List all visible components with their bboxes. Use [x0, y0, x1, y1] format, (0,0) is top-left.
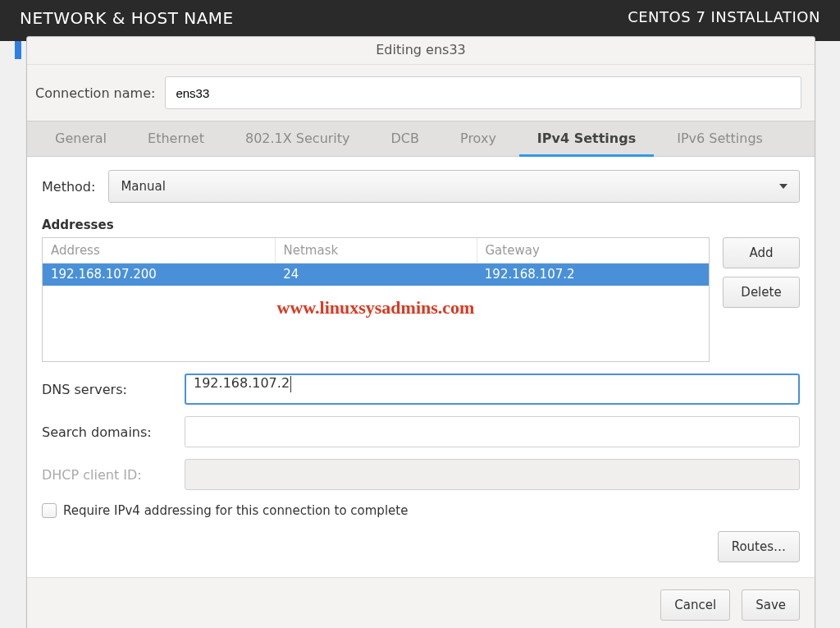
delete-button[interactable]: Delete: [723, 277, 800, 308]
save-button[interactable]: Save: [742, 589, 800, 621]
tab-dcb[interactable]: DCB: [373, 122, 437, 157]
dhcp-client-id-label: DHCP client ID:: [42, 467, 173, 483]
selection-strip: [15, 41, 21, 59]
cell-gateway: 192.168.107.2: [477, 264, 709, 286]
method-select-value: Manual: [121, 179, 166, 194]
require-ipv4-row[interactable]: Require IPv4 addressing for this connect…: [42, 503, 800, 518]
col-header-netmask: Netmask: [276, 238, 477, 263]
addresses-header: Address Netmask Gateway: [43, 238, 709, 264]
dns-label: DNS servers:: [42, 382, 173, 397]
cancel-button[interactable]: Cancel: [660, 589, 730, 621]
tab-ipv6-settings[interactable]: IPv6 Settings: [659, 122, 781, 157]
ipv4-panel: Method: Manual Addresses Address Netmask…: [27, 157, 815, 577]
col-header-gateway: Gateway: [477, 238, 710, 263]
installer-topbar: NETWORK & HOST NAME CENTOS 7 INSTALLATIO…: [0, 0, 840, 41]
dhcp-client-id-row: DHCP client ID:: [42, 459, 800, 490]
watermark-text: www.linuxsysadmins.com: [43, 297, 709, 319]
connection-name-input[interactable]: [165, 76, 801, 109]
installer-brand: CENTOS 7 INSTALLATION: [628, 8, 820, 25]
require-ipv4-label: Require IPv4 addressing for this connect…: [63, 503, 408, 518]
addresses-heading: Addresses: [42, 218, 800, 232]
add-button[interactable]: Add: [723, 237, 800, 268]
chevron-down-icon: [779, 184, 788, 189]
table-row[interactable]: 192.168.107.200 24 192.168.107.2: [43, 264, 709, 286]
require-ipv4-checkbox[interactable]: [42, 503, 57, 518]
dialog-footer: Cancel Save: [27, 577, 815, 628]
search-domains-label: Search domains:: [42, 424, 173, 440]
tab-ethernet[interactable]: Ethernet: [130, 122, 222, 157]
text-caret-icon: [290, 376, 291, 392]
connection-name-label: Connection name:: [35, 85, 155, 101]
settings-tabs: General Ethernet 802.1X Security DCB Pro…: [27, 121, 815, 157]
tab-general[interactable]: General: [37, 122, 125, 157]
tab-8021x-security[interactable]: 802.1X Security: [227, 122, 368, 157]
dns-value: 192.168.107.2: [194, 375, 290, 391]
search-domains-row: Search domains:: [42, 416, 800, 447]
addresses-block: Address Netmask Gateway 192.168.107.200 …: [42, 237, 800, 362]
method-row: Method: Manual: [42, 170, 800, 203]
dhcp-client-id-input: [185, 459, 800, 490]
tab-proxy[interactable]: Proxy: [442, 122, 514, 157]
addresses-table[interactable]: Address Netmask Gateway 192.168.107.200 …: [42, 237, 710, 362]
method-label: Method:: [42, 179, 95, 195]
search-domains-input[interactable]: [185, 416, 800, 447]
cell-address: 192.168.107.200: [43, 264, 275, 286]
method-select[interactable]: Manual: [108, 170, 800, 203]
tab-ipv4-settings[interactable]: IPv4 Settings: [519, 122, 654, 157]
connection-name-row: Connection name:: [27, 65, 815, 121]
edit-connection-dialog: Editing ens33 Connection name: General E…: [26, 36, 815, 628]
routes-button[interactable]: Routes…: [718, 531, 800, 562]
dns-input[interactable]: 192.168.107.2: [185, 374, 800, 405]
dns-row: DNS servers: 192.168.107.2: [42, 374, 800, 405]
page-title: NETWORK & HOST NAME: [20, 8, 234, 28]
col-header-address: Address: [43, 238, 276, 263]
addresses-buttons: Add Delete: [723, 237, 800, 362]
dialog-title: Editing ens33: [27, 37, 815, 65]
routes-row: Routes…: [42, 531, 800, 562]
cell-netmask: 24: [275, 264, 477, 286]
